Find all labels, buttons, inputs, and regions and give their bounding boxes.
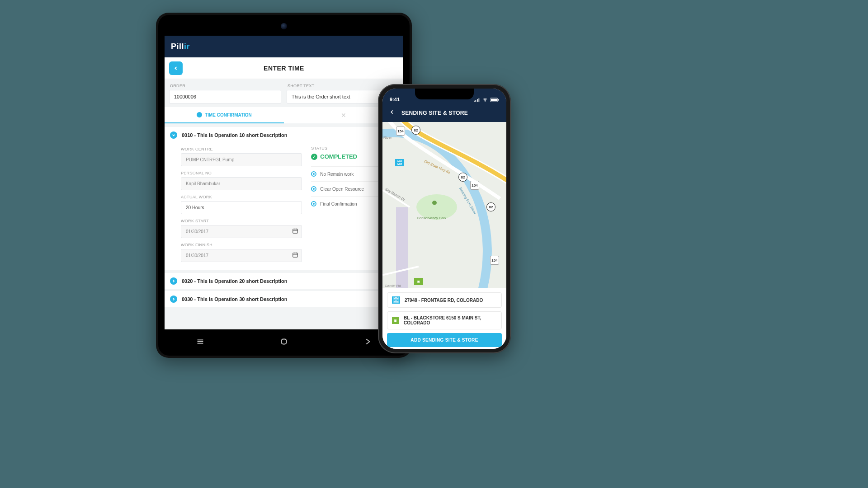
square-icon (279, 337, 289, 347)
map-marker-store[interactable]: ▣ (414, 278, 423, 285)
chevron-right-icon (363, 337, 373, 347)
tab-time-confirmation[interactable]: TIME CONFIRMATION (165, 107, 284, 123)
operation-title: 0020 - This is Operation 20 short Descri… (182, 278, 288, 284)
site-icon: MMMM (392, 296, 400, 304)
check-icon: ✓ (311, 154, 317, 160)
route-shield-154: 154 (490, 256, 499, 265)
phone-header: SENDING SITE & STORE (382, 104, 506, 122)
svg-rect-22 (396, 207, 408, 288)
tablet-bezel: Pillir ENTER TIME ORDER SHORT TEXT (158, 15, 410, 356)
map-label-river: River (383, 136, 392, 140)
order-row: ORDER SHORT TEXT (165, 79, 403, 103)
order-input[interactable] (169, 90, 281, 103)
nav-menu-button[interactable] (193, 335, 207, 348)
svg-rect-11 (281, 339, 286, 344)
tablet-device-frame: Pillir ENTER TIME ORDER SHORT TEXT (156, 13, 412, 358)
map-view[interactable]: MMMM ▣ 154 82 82 82 154 154 River Old St… (382, 122, 506, 288)
battery-icon (490, 98, 499, 102)
tablet-system-nav (158, 334, 410, 349)
operation-0020-header[interactable]: 0020 - This is Operation 20 short Descri… (165, 273, 403, 289)
wifi-icon (482, 98, 488, 102)
location-card-store[interactable]: ▣ BL - BLACKSTORE 6150 S MAIN ST, COLORA… (387, 311, 502, 329)
calendar-icon[interactable] (292, 228, 298, 236)
phone-screen: 9:41 SENDING SITE & STORE (382, 89, 506, 349)
operation-title: 0030 - This is Operation 30 short Descri… (182, 296, 288, 302)
route-shield-154: 154 (470, 181, 479, 190)
brand-logo: Pillir (171, 42, 190, 52)
menu-icon (195, 337, 205, 347)
tab-label: TIME CONFIRMATION (205, 113, 252, 117)
svg-rect-13 (476, 100, 476, 102)
location-card-site[interactable]: MMMM 27948 - FRONTAGE RD, COLORADO (387, 292, 502, 308)
clock-icon (197, 112, 202, 117)
operation-0030-header[interactable]: 0030 - This is Operation 30 short Descri… (165, 291, 403, 307)
svg-rect-12 (474, 101, 475, 102)
personal-no-input[interactable] (181, 177, 302, 190)
svg-rect-14 (477, 99, 478, 102)
radio-label: Clear Open Resource (320, 187, 364, 192)
back-button[interactable] (169, 61, 183, 75)
brand-left: Pill (171, 42, 184, 51)
phone-back-button[interactable] (389, 109, 395, 117)
svg-rect-4 (293, 253, 298, 257)
location-text: 27948 - FRONTAGE RD, COLORADO (405, 298, 483, 303)
chevron-right-icon (170, 277, 177, 285)
radio-label: Final Confirmation (320, 202, 357, 206)
location-text: BL - BLACKSTORE 6150 S MAIN ST, COLORADO (404, 315, 497, 325)
svg-rect-19 (498, 99, 499, 100)
route-shield-82: 82 (458, 173, 467, 182)
nav-home-button[interactable] (277, 335, 291, 348)
cta-label: ADD SENDING SITE & STORE (410, 338, 478, 343)
phone-bottom-panel: MMMM 27948 - FRONTAGE RD, COLORADO ▣ BL … (382, 288, 506, 349)
radio-icon (311, 171, 316, 177)
phone-notch (415, 89, 474, 99)
work-centre-label: WORK CENTRE (181, 144, 302, 153)
radio-icon (311, 201, 316, 206)
statusbar-time: 9:41 (390, 97, 400, 102)
svg-rect-15 (479, 99, 480, 102)
add-site-store-button[interactable]: ADD SENDING SITE & STORE (387, 333, 502, 347)
nav-back-button[interactable] (361, 335, 374, 348)
work-start-input[interactable] (181, 225, 302, 238)
phone-device-frame: 9:41 SENDING SITE & STORE (378, 84, 511, 353)
chevron-down-icon (170, 131, 177, 139)
phone-title: SENDING SITE & STORE (401, 110, 468, 116)
svg-rect-0 (293, 229, 298, 233)
signal-icon (474, 98, 480, 102)
page-title: ENTER TIME (183, 65, 385, 72)
operation-title: 0010 - This is Operation 10 short Descri… (182, 132, 288, 138)
work-start-label: WORK START (181, 216, 302, 225)
tab-strip: TIME CONFIRMATION ✕ (165, 107, 403, 123)
operation-0010-header[interactable]: 0010 - This is Operation 10 short Descri… (165, 127, 403, 143)
radio-label: No Remain work (320, 172, 354, 177)
page-titlebar: ENTER TIME (165, 57, 403, 79)
chevron-left-icon (173, 66, 179, 71)
chevron-right-icon (170, 296, 177, 303)
brand-right: ir (184, 42, 190, 51)
actual-work-label: ACTUAL WORK (181, 192, 302, 201)
short-text-label: SHORT TEXT (287, 81, 399, 90)
chevron-left-icon (389, 109, 395, 115)
route-shield-154: 154 (396, 127, 405, 136)
tablet-screen: Pillir ENTER TIME ORDER SHORT TEXT (165, 36, 403, 329)
order-label: ORDER (169, 81, 281, 90)
route-shield-82: 82 (411, 126, 420, 135)
svg-rect-18 (491, 99, 497, 101)
app-header: Pillir (165, 36, 403, 57)
actual-work-input[interactable] (181, 201, 302, 214)
work-finish-input[interactable] (181, 249, 302, 262)
tablet-camera (281, 23, 287, 29)
map-label-cardiff: Cardiff Rd (385, 284, 401, 288)
work-centre-input[interactable] (181, 153, 302, 166)
radio-icon (311, 186, 316, 192)
svg-point-16 (485, 101, 486, 102)
map-label-park: Conservancy Park (417, 216, 446, 220)
close-icon: ✕ (341, 112, 346, 119)
personal-no-label: PERSONAL NO (181, 168, 302, 177)
status-text: COMPLETED (320, 153, 357, 160)
route-shield-82: 82 (486, 202, 495, 211)
operation-0010-body: WORK CENTRE PERSONAL NO ACTUAL WORK WORK… (165, 143, 403, 270)
calendar-icon[interactable] (292, 252, 298, 260)
store-icon: ▣ (392, 317, 399, 324)
map-marker-site[interactable]: MMMM (395, 159, 404, 166)
